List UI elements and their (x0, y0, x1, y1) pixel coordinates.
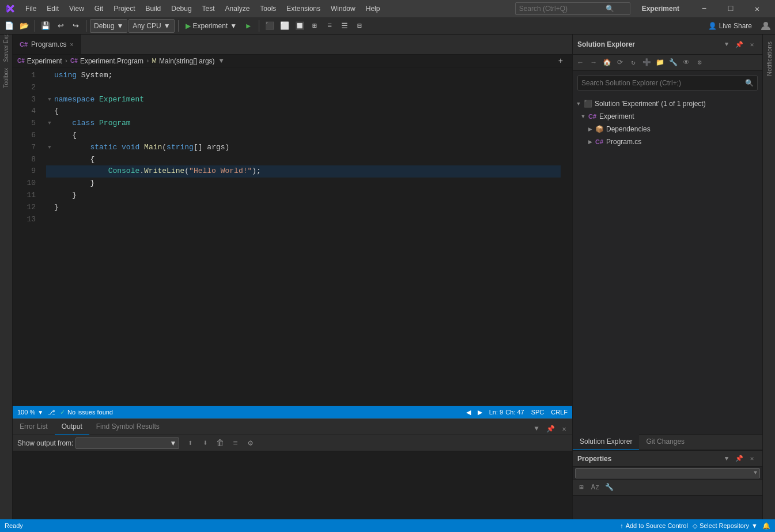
menu-window[interactable]: Window (326, 2, 360, 15)
menu-analyze[interactable]: Analyze (221, 2, 255, 15)
maximize-button[interactable]: □ (717, 0, 744, 17)
output-word-wrap[interactable]: ≡ (229, 437, 241, 450)
menu-test[interactable]: Test (198, 2, 220, 15)
properties-collapse-button[interactable]: ▼ (721, 453, 732, 465)
menu-tools[interactable]: Tools (255, 2, 281, 15)
debug-mode-dropdown[interactable]: Debug ▼ (90, 19, 127, 33)
menu-extensions[interactable]: Extensions (282, 2, 325, 15)
sol-refresh-button[interactable]: ↻ (627, 56, 640, 69)
tab-find-symbol-results[interactable]: Find Symbol Results (89, 418, 167, 435)
status-encoding[interactable]: SPC (531, 409, 545, 416)
live-share-button[interactable]: 👤 Live Share (705, 21, 755, 31)
status-git[interactable]: ⎇ (48, 409, 55, 416)
menu-file[interactable]: File (21, 2, 41, 15)
output-pin-btn[interactable]: 📌 (545, 423, 556, 435)
toolbar-play-simple[interactable]: ▶ (241, 19, 255, 33)
menu-build[interactable]: Build (141, 2, 166, 15)
breadcrumb-program[interactable]: C# Experiment.Program (70, 57, 143, 65)
toolbar-new-project[interactable]: 📄 (2, 19, 16, 33)
tree-program-cs[interactable]: ▶ C# Program.cs (573, 135, 762, 148)
breadcrumb-dropdown-arrow[interactable]: ▼ (220, 57, 224, 65)
editor-scrollbar[interactable] (565, 67, 572, 406)
toolbar-btn-2[interactable]: ⬜ (278, 19, 292, 33)
menu-help[interactable]: Help (361, 2, 385, 15)
props-wrench-btn[interactable]: 🔧 (603, 481, 615, 494)
status-notifications-bell[interactable]: 🔔 (762, 522, 770, 530)
props-alphabetical-btn[interactable]: Az (589, 481, 602, 494)
toolbar-undo[interactable]: ↩ (54, 19, 67, 33)
notifications-label[interactable]: Notifications (765, 37, 774, 81)
toolbar-btn-3[interactable]: 🔲 (293, 19, 307, 33)
menu-debug[interactable]: Debug (167, 2, 196, 15)
menu-edit[interactable]: Edit (42, 2, 63, 15)
output-clear[interactable]: 🗑 (214, 437, 226, 450)
minimize-button[interactable]: − (691, 0, 717, 17)
menu-view[interactable]: View (65, 2, 89, 15)
editor-tab-program-cs[interactable]: C# Program.cs × (13, 35, 81, 54)
properties-pin-button[interactable]: 📌 (734, 453, 745, 465)
props-categorized-btn[interactable]: ⊞ (575, 481, 588, 494)
status-line-col[interactable]: Ln: 9 Ch: 47 (489, 409, 524, 416)
sol-forward-button[interactable]: → (587, 56, 600, 69)
breadcrumb-experiment[interactable]: C# Experiment (17, 57, 62, 65)
tab-error-list[interactable]: Error List (13, 418, 55, 435)
tab-close-button[interactable]: × (70, 41, 73, 48)
tab-output[interactable]: Output (55, 418, 89, 435)
output-source-dropdown[interactable]: ▼ (75, 437, 179, 449)
output-settings[interactable]: ⚙ (244, 437, 256, 450)
close-button[interactable]: ✕ (744, 0, 770, 17)
sol-sync-button[interactable]: ⟳ (614, 56, 626, 69)
properties-close-button[interactable]: ✕ (746, 453, 758, 465)
properties-object-dropdown[interactable]: ▼ (575, 468, 760, 478)
sol-tab-git-changes[interactable]: Git Changes (639, 433, 691, 450)
toolbar-btn-6[interactable]: ☰ (338, 19, 351, 33)
status-select-repository[interactable]: ◇ Select Repository ▼ (693, 522, 758, 530)
sol-home-button[interactable]: 🏠 (600, 56, 613, 69)
sidebar-toolbox[interactable]: Toolbox (1, 73, 12, 83)
fold-method[interactable] (46, 144, 53, 151)
sol-back-button[interactable]: ← (574, 56, 587, 69)
split-editor-button[interactable]: + (554, 54, 568, 68)
solution-close-button[interactable]: ✕ (746, 39, 758, 50)
toolbar-open[interactable]: 📂 (17, 19, 31, 33)
fold-class[interactable] (46, 120, 53, 127)
toolbar-btn-5[interactable]: ≡ (323, 19, 337, 33)
code-content[interactable]: using System; namespace Experiment { (41, 67, 565, 406)
account-button[interactable] (759, 19, 773, 33)
solution-search-input[interactable] (581, 79, 745, 87)
tree-dependencies[interactable]: ▶ 📦 Dependencies (573, 123, 762, 135)
toolbar-save-all[interactable]: 💾 (39, 19, 52, 33)
run-button[interactable]: ▶ Experiment ▼ (182, 21, 241, 31)
toolbar-redo[interactable]: ↪ (69, 19, 82, 33)
status-add-source-control[interactable]: ↑ Add to Source Control (620, 522, 688, 529)
platform-dropdown[interactable]: Any CPU ▼ (128, 19, 174, 33)
menu-project[interactable]: Project (109, 2, 139, 15)
sidebar-server-explorer[interactable]: Server Explorer (1, 37, 12, 47)
tree-solution[interactable]: ▼ ⬛ Solution 'Experiment' (1 of 1 projec… (573, 97, 762, 110)
sol-tab-solution-explorer[interactable]: Solution Explorer (573, 433, 639, 450)
sol-view-button[interactable]: 👁 (680, 56, 693, 69)
output-scroll-top[interactable]: ⬆ (184, 437, 196, 450)
status-issues[interactable]: ✓ No issues found (60, 409, 113, 416)
fold-ns[interactable] (46, 96, 53, 103)
toolbar-btn-4[interactable]: ⊞ (308, 19, 322, 33)
toolbar-btn-1[interactable]: ⬛ (263, 19, 277, 33)
output-scroll-bottom[interactable]: ⬇ (199, 437, 211, 450)
sol-add-button[interactable]: ➕ (640, 56, 653, 69)
status-navigate-next[interactable]: ▶ (478, 409, 482, 416)
menu-git[interactable]: Git (90, 2, 108, 15)
breadcrumb-main[interactable]: M Main(string[] args) (152, 57, 215, 65)
status-navigate-prev[interactable]: ◀ (466, 409, 471, 416)
solution-pin-button[interactable]: 📌 (734, 39, 745, 50)
output-collapse-btn[interactable]: ▼ (531, 423, 542, 435)
sol-settings-button[interactable]: ⚙ (693, 56, 706, 69)
sol-properties-button[interactable]: 🔧 (667, 56, 679, 69)
global-search-input[interactable] (519, 5, 606, 13)
status-line-ending[interactable]: CRLF (551, 409, 568, 416)
solution-collapse-button[interactable]: ▼ (721, 39, 732, 50)
sol-show-all-files[interactable]: 📁 (653, 56, 666, 69)
tree-project[interactable]: ▼ C# Experiment (573, 110, 762, 123)
toolbar-btn-7[interactable]: ⊟ (353, 19, 366, 33)
output-close-btn[interactable]: ✕ (558, 423, 570, 435)
status-zoom[interactable]: 100 % ▼ (17, 409, 43, 416)
